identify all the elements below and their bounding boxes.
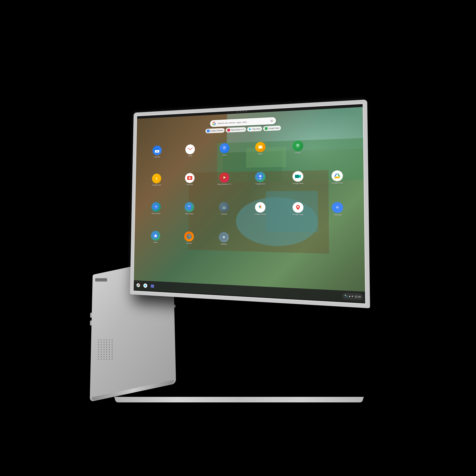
app-photos[interactable]: Google Photos xyxy=(242,194,278,224)
speaker-dot xyxy=(103,347,104,348)
chromeos-background: Search your device, apps, web... xyxy=(134,107,365,303)
speaker-dot xyxy=(112,358,113,359)
svg-point-10 xyxy=(272,120,273,121)
translate-label: Translate xyxy=(333,214,341,216)
taskbar-files[interactable] xyxy=(149,283,155,289)
docs-label: Docs xyxy=(222,154,226,156)
speaker-dot xyxy=(109,347,110,348)
speaker-dot xyxy=(101,340,102,340)
settings-icon xyxy=(219,232,229,242)
svg-point-54 xyxy=(297,206,299,208)
camera-icon xyxy=(219,202,229,212)
app-camera[interactable]: Camera xyxy=(207,194,241,223)
speaker-dot xyxy=(112,349,113,350)
canvas-icon xyxy=(184,231,194,241)
app-maps[interactable]: Google Maps xyxy=(279,194,317,224)
svg-rect-44 xyxy=(156,206,156,208)
app-books[interactable]: Play Books xyxy=(173,194,206,223)
speaker-dot xyxy=(103,344,104,345)
app-translate[interactable]: G Translate xyxy=(318,194,358,225)
maps-icon xyxy=(292,202,304,213)
svg-rect-45 xyxy=(187,205,191,210)
home-label: Home xyxy=(153,241,158,244)
translate-icon: G xyxy=(332,202,343,213)
chip-maps[interactable]: Google Maps xyxy=(263,126,281,131)
speaker-dot xyxy=(106,356,107,357)
duo-icon xyxy=(255,172,266,182)
speaker-dot xyxy=(109,349,110,350)
app-home[interactable]: Home xyxy=(139,223,172,252)
app-meet[interactable]: Google Meet xyxy=(279,163,317,193)
laptop-container: asus xyxy=(79,89,397,407)
chip-movies[interactable]: Play Movies & TV xyxy=(226,127,246,133)
assistant-icon[interactable] xyxy=(270,119,273,123)
canvas-label: Canvas xyxy=(186,242,192,244)
slides-icon xyxy=(255,142,266,152)
hinge-top-right xyxy=(330,100,345,103)
screen-assembly: asus xyxy=(130,100,370,308)
camera-sensor xyxy=(253,108,254,110)
svg-point-11 xyxy=(272,121,273,121)
app-keep[interactable]: Google Keep xyxy=(141,166,173,194)
svg-text:31: 31 xyxy=(156,150,158,152)
speaker-dot xyxy=(109,344,110,345)
speaker-dot xyxy=(103,349,104,350)
app-playgames[interactable]: Play Games xyxy=(140,194,172,222)
speaker-dot xyxy=(103,342,104,343)
meet-icon xyxy=(292,171,304,182)
speaker-dot xyxy=(101,354,102,355)
svg-rect-19 xyxy=(222,145,226,151)
app-calendar[interactable]: 31 Calendar xyxy=(141,137,173,166)
taskbar-playstore[interactable] xyxy=(142,282,148,289)
svg-rect-73 xyxy=(151,284,153,285)
system-tray[interactable]: 🔦 ● ✦ 12:30 xyxy=(342,293,363,300)
app-movies[interactable]: Play Movies & TV xyxy=(207,164,242,194)
chip-playstore[interactable]: Play Store xyxy=(247,126,262,132)
speaker-dot xyxy=(103,340,104,340)
app-sheets[interactable]: Sheets xyxy=(279,132,317,163)
system-time: 12:30 xyxy=(355,295,361,298)
app-canvas[interactable]: Canvas xyxy=(172,223,206,253)
app-youtube[interactable]: YouTube xyxy=(173,165,207,194)
wifi-icon: ● xyxy=(349,295,350,298)
drive-icon xyxy=(331,170,343,181)
speaker-dot xyxy=(109,351,110,352)
svg-point-13 xyxy=(271,121,272,121)
gmail-icon xyxy=(185,144,195,154)
movies-label: Play Movies & TV xyxy=(217,183,231,186)
app-empty-1 xyxy=(318,130,357,162)
svg-rect-18 xyxy=(187,147,193,151)
svg-point-12 xyxy=(272,121,272,121)
svg-rect-30 xyxy=(156,177,157,180)
camera-label: Camera xyxy=(221,213,227,215)
gmail-label: Gmail xyxy=(188,155,192,157)
hinge-top-left xyxy=(151,110,163,113)
app-gmail[interactable]: Gmail xyxy=(173,136,207,165)
svg-rect-16 xyxy=(155,148,159,150)
app-grid: 31 Calendar Gmail Docs xyxy=(139,130,358,290)
svg-rect-51 xyxy=(223,205,225,206)
svg-point-58 xyxy=(187,234,192,239)
chip-calendar[interactable]: 31 Google Calendar xyxy=(205,128,225,133)
speaker-dot xyxy=(106,340,107,340)
brand-logo: asus xyxy=(237,110,248,113)
svg-rect-71 xyxy=(151,285,154,288)
chip-movies-label: Play Movies & TV xyxy=(231,129,244,131)
speaker-dot xyxy=(101,349,102,350)
meet-label: Google Meet xyxy=(292,183,303,185)
svg-point-9 xyxy=(272,120,272,120)
svg-point-50 xyxy=(223,207,225,208)
sheets-icon xyxy=(292,140,303,151)
duo-label: Google Duo xyxy=(255,183,265,185)
app-settings[interactable]: Settings xyxy=(206,224,241,254)
app-duo[interactable]: Google Duo xyxy=(242,163,278,193)
laptop-bottom-base xyxy=(114,397,364,402)
app-docs[interactable]: Docs xyxy=(207,135,242,164)
speaker-dot xyxy=(109,340,110,340)
app-drive[interactable]: Google Drive xyxy=(318,162,357,193)
taskbar-chrome[interactable] xyxy=(135,282,141,289)
search-placeholder-text: Search your device, apps, web... xyxy=(218,119,270,124)
keep-icon xyxy=(152,173,161,184)
app-slides[interactable]: Slides xyxy=(243,133,278,163)
youtube-icon xyxy=(185,173,195,183)
